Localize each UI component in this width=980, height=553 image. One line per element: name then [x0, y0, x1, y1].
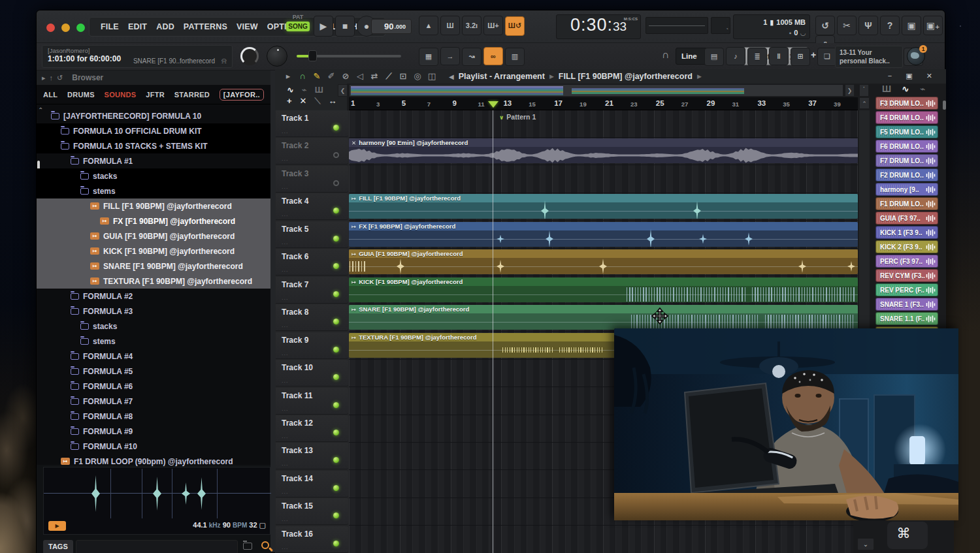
picker-clip-item[interactable]: SNARE 1 (F3..	[875, 298, 938, 311]
audio-clip[interactable]: ✕harmony [90 Emin] @jayfortherecord	[349, 138, 858, 163]
track-lane[interactable]: ✕harmony [90 Emin] @jayfortherecord	[349, 138, 858, 165]
delete-icon[interactable]: ✕	[300, 96, 307, 106]
news-ticker[interactable]: 13-11 Your personal Black..	[835, 46, 903, 68]
tree-item[interactable]: FORMULA #5	[37, 364, 270, 379]
menu-view[interactable]: VIEW	[232, 22, 263, 31]
tree-item[interactable]: FORMULA 10 OFFICIAL DRUM KIT	[37, 123, 270, 138]
automation-tab-icon[interactable]: ⌁	[302, 85, 307, 95]
step-edit-icon[interactable]: Ш+	[483, 16, 503, 35]
track-options[interactable]: ...	[282, 516, 289, 522]
save-as-icon[interactable]: ▣₊	[923, 16, 943, 35]
tree-item[interactable]: ↦TEXTURA [F1 90BPM] @jayfortherecord	[37, 274, 270, 289]
song-mode-label[interactable]: SONG	[286, 22, 310, 31]
track-header[interactable]: Track 14...	[276, 471, 348, 498]
picker-clip-item[interactable]: KICK 2 (F3 9..	[875, 240, 938, 253]
breadcrumb-selected-clip[interactable]: FILL [F1 90BPM] @jayfortherecord	[559, 72, 693, 81]
tree-item[interactable]: FORMULA 10 STACKS + STEMS KIT	[37, 138, 270, 153]
tree-item[interactable]: stacks	[37, 319, 270, 334]
track-lane[interactable]: ↦KICK [F1 90BPM] @jayfortherecord	[349, 277, 858, 304]
picker-clip-item[interactable]: KICK 1 (F3 9..	[875, 226, 938, 239]
track-mute-led[interactable]	[333, 485, 339, 491]
sample-waveform[interactable]	[44, 467, 271, 520]
track-header[interactable]: Track 15...	[276, 498, 348, 525]
track-options[interactable]: ...	[282, 128, 289, 134]
tree-item[interactable]: FORMULA #4	[37, 349, 270, 364]
tags-search-input[interactable]	[76, 540, 238, 553]
track-header[interactable]: Track 16...	[276, 526, 348, 553]
link-icon[interactable]: ∞	[483, 47, 503, 65]
pat-mode-label[interactable]: PAT	[286, 14, 310, 20]
menu-patterns[interactable]: PATTERNS	[179, 22, 232, 31]
track-options[interactable]: ...	[282, 377, 289, 384]
track-options[interactable]: ...	[282, 460, 289, 467]
track-header[interactable]: Track 2...	[276, 138, 348, 165]
tree-item[interactable]: stems	[37, 183, 270, 198]
undo-icon[interactable]: ↺	[815, 16, 835, 35]
stretch-icon[interactable]: ↔	[329, 96, 337, 106]
track-options[interactable]: ...	[282, 350, 289, 356]
channel-rack-view-icon[interactable]: ≣	[747, 48, 767, 66]
track-options[interactable]: ...	[282, 488, 289, 495]
tree-item[interactable]: stacks	[37, 168, 270, 183]
audio-clip[interactable]: ↦GUIA [F1 90BPM] @jayfortherecord	[349, 249, 858, 274]
close-traffic-light[interactable]	[46, 24, 55, 32]
audio-clip[interactable]: ↦KICK [F1 90BPM] @jayfortherecord	[349, 277, 858, 302]
picker-clip-item[interactable]: F1 DRUM LO..	[875, 197, 938, 210]
mute-tool-icon[interactable]: ⊘	[339, 71, 352, 82]
track-mute-led[interactable]	[333, 541, 339, 546]
playhead-marker[interactable]	[488, 101, 498, 108]
picker-audio-icon[interactable]: ∿	[902, 84, 909, 94]
picker-scrollbar[interactable]	[943, 101, 946, 110]
cut-icon[interactable]: ✂	[837, 16, 857, 35]
picker-pattern-icon[interactable]: Ш	[882, 84, 891, 94]
mixer-view-icon[interactable]: ‖	[769, 47, 789, 65]
tree-item[interactable]: FORMULA #3	[37, 304, 270, 319]
add-track-icon[interactable]: +	[287, 96, 292, 106]
main-pitch-knob[interactable]	[240, 47, 259, 65]
window-controls[interactable]: − ▣ ✕	[888, 72, 938, 80]
track-options[interactable]: ...	[282, 294, 289, 301]
audio-clip[interactable]: ↦SNARE [F1 90BPM] @jayfortherecord	[349, 305, 858, 330]
audio-clip[interactable]: ↦FX [F1 90BPM] @jayfortherecord	[349, 222, 858, 247]
track-mute-led[interactable]	[333, 180, 339, 186]
track-header[interactable]: Track 1...	[276, 110, 348, 137]
shuffle-slider[interactable]	[297, 55, 401, 57]
track-options[interactable]: ...	[282, 239, 289, 245]
picker-clip-item[interactable]: F7 DRUM LO..	[875, 154, 938, 167]
timeline-ruler[interactable]: 13579111315171921232527293133353739	[349, 97, 858, 110]
search-icon[interactable]	[261, 541, 269, 549]
scroll-up-button[interactable]: ⌃	[859, 97, 870, 109]
track-lane[interactable]: ↦FILL [F1 90BPM] @jayfortherecord	[349, 193, 858, 221]
menu-add[interactable]: ADD	[152, 22, 179, 31]
picker-clip-item[interactable]: F3 DRUM LO..	[875, 97, 938, 110]
pattern-region-label[interactable]: ∨Pattern 1	[499, 113, 536, 121]
track-mute-led[interactable]	[333, 208, 339, 213]
tree-item[interactable]: FORMULA #1	[37, 153, 270, 168]
tree-item[interactable]: ↦SNARE [F1 90BPM] @jayfortherecord	[37, 259, 270, 274]
magnet-icon[interactable]: ∩	[296, 71, 309, 82]
picker-clip-item[interactable]: REV PERC (F..	[875, 283, 938, 296]
save-icon[interactable]: ▣	[902, 16, 921, 35]
play-button[interactable]: ▶	[314, 16, 333, 37]
menu-edit[interactable]: EDIT	[123, 22, 152, 31]
mic-icon[interactable]: Ψ	[858, 16, 878, 35]
track-lane[interactable]	[349, 166, 858, 193]
overview-corner-button[interactable]: ·	[859, 84, 869, 97]
tree-item[interactable]: ↦GUIA [F1 90BPM] @jayfortherecord	[37, 229, 270, 244]
track-mute-led[interactable]	[333, 402, 339, 408]
picker-clip-item[interactable]: harmony [9..	[875, 183, 938, 196]
track-lane[interactable]: ↦SNARE [F1 90BPM] @jayfortherecord	[349, 304, 858, 332]
track-header[interactable]: Track 6...	[276, 249, 348, 276]
tree-item[interactable]: ↦FX [F1 90BPM] @jayfortherecord	[37, 213, 270, 229]
track-header[interactable]: Track 12...	[276, 415, 348, 442]
track-mute-led[interactable]	[333, 319, 339, 324]
picker-clip-item[interactable]: F2 DRUM LO..	[875, 168, 938, 182]
tempo-display[interactable]: 90.000	[371, 19, 412, 34]
scroll-right-button[interactable]: ❯	[845, 84, 855, 97]
track-mute-led[interactable]	[333, 152, 339, 158]
track-lane[interactable]	[349, 526, 858, 553]
pointer-icon[interactable]: ▸	[282, 71, 295, 82]
browser-tab-starred[interactable]: STARRED	[174, 91, 210, 99]
playlist-view-icon[interactable]: ▤	[704, 48, 724, 66]
track-options[interactable]: ...	[282, 183, 289, 190]
